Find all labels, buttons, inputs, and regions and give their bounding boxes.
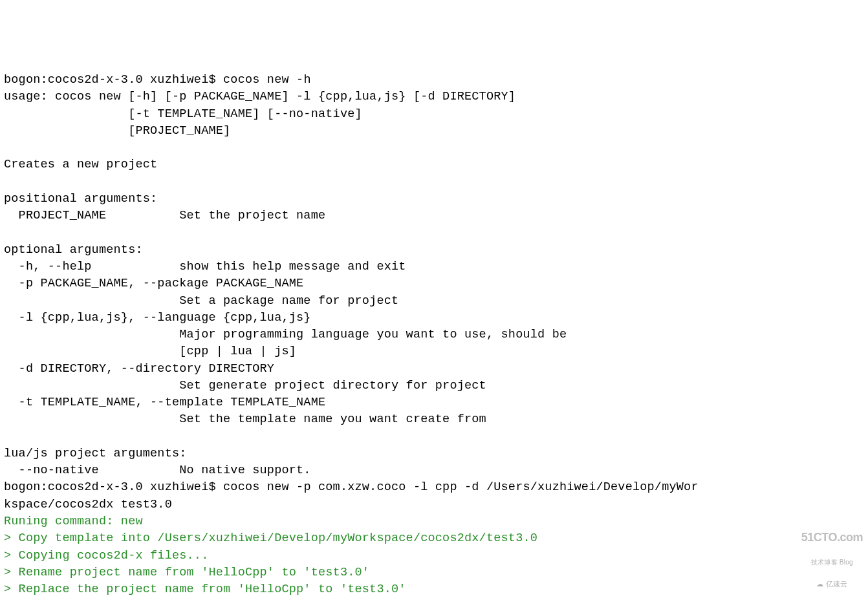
section-header: lua/js project arguments: (4, 447, 187, 460)
arg-language-desc: Major programming language you want to u… (4, 328, 567, 341)
section-header: positional arguments: (4, 192, 157, 206)
output-copy-files: > Copying cocos2d-x files... (4, 549, 208, 562)
output-copy-template: > Copy template into /Users/xuzhiwei/Dev… (4, 531, 537, 545)
arg-template: -t TEMPLATE_NAME, --template TEMPLATE_NA… (4, 396, 325, 409)
output-running: Runing command: new (4, 515, 143, 528)
shell-prompt: bogon:cocos2d-x-3.0 xuzhiwei$ (4, 73, 223, 87)
arg-template-desc: Set the template name you want create fr… (4, 412, 486, 426)
arg-project-name: PROJECT_NAME Set the project name (4, 209, 325, 222)
shell-prompt: bogon:cocos2d-x-3.0 xuzhiwei$ (4, 480, 223, 494)
usage-line: [-t TEMPLATE_NAME] [--no-native] (4, 107, 362, 121)
arg-language: -l {cpp,lua,js}, --language {cpp,lua,js} (4, 311, 311, 325)
arg-help: -h, --help show this help message and ex… (4, 260, 406, 273)
command-text: cocos new -h (223, 73, 311, 87)
command-text: cocos new -p com.xzw.coco -l cpp -d /Use… (223, 480, 699, 494)
description: Creates a new project (4, 158, 157, 171)
usage-line: [PROJECT_NAME] (4, 124, 230, 138)
watermark-source: ☁ 亿速云 (801, 580, 863, 588)
watermark: 51CTO.com 技术博客 Blog ☁ 亿速云 (801, 517, 863, 595)
command-text-wrap: kspace/cocos2dx test3.0 (4, 498, 172, 511)
usage-line: usage: cocos new [-h] [-p PACKAGE_NAME] … (4, 90, 515, 103)
section-header: optional arguments: (4, 243, 143, 257)
arg-package: -p PACKAGE_NAME, --package PACKAGE_NAME (4, 277, 303, 290)
watermark-tagline: 技术博客 Blog (801, 559, 863, 566)
arg-package-desc: Set a package name for project (4, 294, 398, 308)
output-replace-name: > Replace the project name from 'HelloCp… (4, 583, 406, 596)
watermark-brand: 51CTO.com (801, 531, 863, 544)
arg-language-desc: [cpp | lua | js] (4, 345, 296, 358)
output-rename: > Rename project name from 'HelloCpp' to… (4, 566, 369, 579)
terminal-output[interactable]: bogon:cocos2d-x-3.0 xuzhiwei$ cocos new … (4, 72, 864, 600)
arg-no-native: --no-native No native support. (4, 464, 311, 477)
arg-directory: -d DIRECTORY, --directory DIRECTORY (4, 362, 274, 376)
arg-directory-desc: Set generate project directory for proje… (4, 379, 486, 392)
